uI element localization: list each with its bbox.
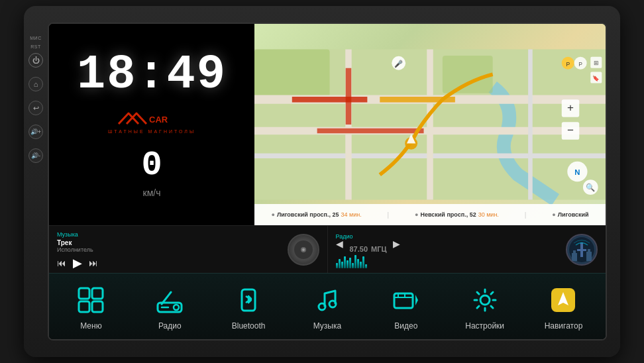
dest1-name: Лиговский просп., 25 [277,211,339,218]
svg-rect-39 [577,249,586,251]
nav-item-music[interactable]: Музыка [301,280,354,333]
clock-display: 18:49 [77,51,227,99]
music-track: Трек [57,239,282,246]
svg-rect-42 [586,252,592,261]
svg-text:P: P [578,61,582,68]
svg-rect-3 [443,56,493,93]
map-dest-1: ● Лиговский просп., 25 34 мин. [271,211,361,218]
navigator-icon-wrap [546,283,580,317]
radio-icon-wrap [152,283,187,317]
bluetooth-icon-wrap [231,283,266,317]
video-icon-wrap [389,283,423,317]
speed-unit: км/ч [143,187,161,198]
svg-rect-41 [573,250,576,253]
radio-next-button[interactable]: ▶ [393,238,400,249]
side-controls: МИС RST ⏻ ⌂ ↩ 🔊+ 🔊- [24,29,48,334]
music-icon [313,285,342,315]
left-panel: 18:49 CAR ШТАТНЫЕ МАГНИТОЛЫ 0 км/ч [49,24,254,225]
brand-subtitle: ШТАТНЫЕ МАГНИТОЛЫ [108,129,195,134]
map-background: N + − 🔍 Р [254,24,606,225]
radio-art [566,234,598,266]
nav-item-radio[interactable]: Радио [143,280,196,333]
music-icon-wrap [310,283,345,317]
music-controls[interactable]: ⏮ ▶ ⏭ [57,256,282,270]
svg-text:N: N [574,168,580,176]
bluetooth-label: Bluetooth [232,321,266,331]
svg-text:CAR: CAR [149,115,168,125]
svg-point-50 [174,305,179,310]
prev-button[interactable]: ⏮ [57,258,66,268]
svg-rect-45 [92,288,103,299]
next-button[interactable]: ⏭ [89,258,98,268]
svg-text:+: + [567,101,574,114]
svg-text:🎤: 🎤 [394,60,403,68]
svg-rect-40 [572,253,577,261]
album-art-icon [293,239,314,260]
svg-rect-46 [79,301,89,312]
settings-icon-wrap [468,283,502,317]
map-roads-icon: N + − 🔍 Р [254,24,606,225]
dest2-time: 30 мин. [478,211,499,218]
grid-icon [76,285,105,315]
navigator-icon [549,285,578,315]
svg-point-53 [319,303,325,310]
music-section-label: Музыка [57,231,78,238]
svg-point-54 [329,301,336,307]
bluetooth-icon [234,285,263,315]
top-section: 18:49 CAR ШТАТНЫЕ МАГНИТОЛЫ 0 км/ч [49,24,606,225]
navigator-label: Навигатор [545,321,583,331]
nav-item-video[interactable]: Видео [380,280,433,333]
dest2-name: Невский просп., 52 [421,211,476,218]
radio-section-label: Радио [336,233,353,240]
speed-value: 0 [141,146,162,185]
svg-text:🔖: 🔖 [592,75,600,82]
radio-art-icon [569,237,594,262]
radio-info: Радио ◀ 87.50 МГЦ ▶ [336,231,561,268]
map-panel[interactable]: N + − 🔍 Р [254,24,606,225]
svg-point-36 [302,248,305,251]
svg-text:Р: Р [566,61,570,68]
power-button[interactable]: ⏻ [28,53,43,68]
vol-down-button[interactable]: 🔊- [28,148,43,163]
settings-label: Настройки [465,321,504,331]
svg-text:🔍: 🔍 [586,183,596,192]
nav-item-settings[interactable]: Настройки [458,280,511,333]
svg-rect-55 [394,293,413,308]
svg-rect-44 [79,288,89,299]
menu-label: Меню [80,321,101,331]
home-button[interactable]: ⌂ [28,77,43,91]
radio-controls[interactable]: ◀ 87.50 МГЦ ▶ [336,232,561,255]
menu-icon-wrap [74,283,108,317]
nav-item-menu[interactable]: Меню [64,280,117,333]
video-label: Видео [394,321,417,331]
settings-gear-icon [470,285,500,315]
vol-up-button[interactable]: 🔊+ [28,125,43,139]
music-nav-label: Музыка [313,321,341,331]
svg-rect-47 [92,301,103,312]
svg-point-60 [480,295,490,305]
main-screen: 18:49 CAR ШТАТНЫЕ МАГНИТОЛЫ 0 км/ч [48,23,607,340]
map-destinations-bar: ● Лиговский просп., 25 34 мин. | ● Невск… [254,204,606,225]
video-icon [392,285,421,315]
dest3-name: Лиговский [558,211,589,218]
svg-rect-43 [588,249,590,252]
radio-nav-icon [155,285,184,315]
rst-label: RST [30,44,41,49]
brand-logo: CAR ШТАТНЫЕ МАГНИТОЛЫ [108,109,195,134]
svg-text:⊞: ⊞ [594,59,599,66]
brand-svg-icon: CAR [112,109,191,128]
radio-section: Радио ◀ 87.50 МГЦ ▶ [328,226,606,273]
map-dest-3: ● Лиговский [552,211,588,218]
music-info: Музыка Трек Исполнитель ⏮ ▶ ⏭ [57,229,282,270]
back-button[interactable]: ↩ [28,101,43,115]
music-artist: Исполнитель [57,246,282,253]
album-art [288,234,319,266]
svg-rect-2 [254,49,330,99]
nav-item-navigator[interactable]: Навигатор [537,280,590,333]
car-radio-device: МИС RST ⏻ ⌂ ↩ 🔊+ 🔊- 18:49 CAR [24,6,620,357]
play-button[interactable]: ▶ [73,256,82,270]
svg-marker-59 [415,295,418,305]
nav-item-bluetooth[interactable]: Bluetooth [222,280,275,333]
dest1-time: 34 мин. [341,211,362,218]
map-dest-2: ● Невский просп., 52 30 мин. [415,211,499,218]
